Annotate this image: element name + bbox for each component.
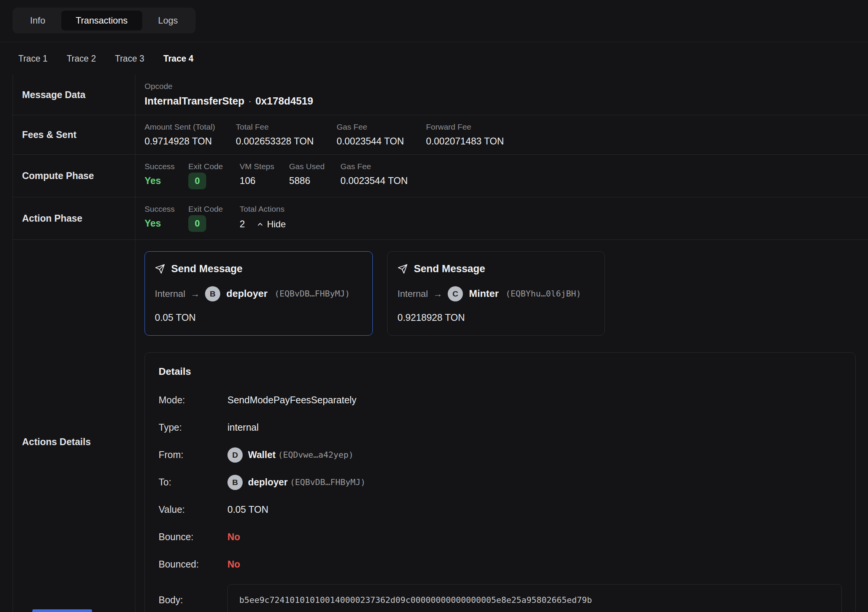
opcode-hex: 0x178d4519 xyxy=(256,95,313,107)
fees-sent-row: Fees & Sent Amount Sent (Total) 0.971492… xyxy=(13,115,868,154)
contract-name: Minter xyxy=(469,288,499,300)
action-exit-code-badge: 0 xyxy=(188,215,206,232)
vm-steps-field: VM Steps 106 xyxy=(240,162,289,189)
message-data-label: Message Data xyxy=(13,75,135,115)
action-success-value: Yes xyxy=(145,218,179,229)
message-data-value: Opcode InternalTransferStep·0x178d4519 xyxy=(135,75,868,115)
actions-details-content: Send Message Internal → B deployer (EQBv… xyxy=(135,240,868,612)
from-contract-address: (EQDvwe…a42yep) xyxy=(278,450,354,460)
tab-trace-4[interactable]: Trace 4 xyxy=(163,53,193,65)
opcode-name: InternalTransferStep xyxy=(145,95,245,107)
compute-exit-code-field: Exit Code 0 xyxy=(188,162,240,189)
body-row: Body: b5ee9c724101010100140000237362d09c… xyxy=(159,584,842,612)
fees-sent-values: Amount Sent (Total) 0.9714928 TON Total … xyxy=(135,115,868,154)
mode-row: Mode: SendModePayFeesSeparately xyxy=(159,393,842,408)
transaction-details-table: Message Data Opcode InternalTransferStep… xyxy=(13,75,868,612)
card-title: Send Message xyxy=(171,263,243,275)
bottom-scroll-indicator[interactable] xyxy=(32,609,92,612)
tab-trace-1[interactable]: Trace 1 xyxy=(18,53,48,65)
send-icon xyxy=(155,264,165,274)
view-tabs: Info Transactions Logs xyxy=(13,8,196,33)
message-direction: Internal xyxy=(397,289,428,299)
value-amount: 0.05 TON xyxy=(227,504,268,515)
value-row: Value: 0.05 TON xyxy=(159,502,842,517)
to-contract-address: (EQBvDB…FHByMJ) xyxy=(290,477,366,487)
tab-logs[interactable]: Logs xyxy=(144,11,192,30)
action-phase-row: Action Phase Success Yes Exit Code 0 Tot… xyxy=(13,197,868,239)
tab-trace-2[interactable]: Trace 2 xyxy=(67,53,96,65)
action-exit-code-field: Exit Code 0 xyxy=(188,205,240,232)
chevron-up-icon xyxy=(256,220,264,228)
message-direction: Internal xyxy=(155,289,185,299)
card-title: Send Message xyxy=(414,263,485,275)
bounced-row: Bounced: No xyxy=(159,557,842,572)
send-icon xyxy=(397,264,408,274)
action-cards: Send Message Internal → B deployer (EQBv… xyxy=(145,251,856,336)
bounce-value: No xyxy=(227,531,240,542)
view-tabs-header: Info Transactions Logs xyxy=(0,0,868,42)
type-row: Type: internal xyxy=(159,420,842,435)
to-row: To: B deployer (EQBvDB…FHByMJ) xyxy=(159,475,842,490)
forward-fee-field: Forward Fee 0.002071483 TON xyxy=(426,123,513,147)
opcode-label: Opcode xyxy=(145,82,856,90)
send-message-card-2[interactable]: Send Message Internal → C Minter (EQBYhu… xyxy=(387,251,605,336)
trace-tabs: Trace 1 Trace 2 Trace 3 Trace 4 xyxy=(0,42,868,75)
actions-details-label: Actions Details xyxy=(13,240,135,612)
exit-code-badge: 0 xyxy=(188,173,206,189)
tab-transactions[interactable]: Transactions xyxy=(61,11,142,30)
bounced-value: No xyxy=(227,559,240,570)
contract-name: deployer xyxy=(226,288,267,300)
compute-phase-label: Compute Phase xyxy=(13,155,135,197)
message-amount: 0.9218928 TON xyxy=(397,312,595,323)
compute-phase-row: Compute Phase Success Yes Exit Code 0 VM… xyxy=(13,154,868,197)
action-success-field: Success Yes xyxy=(145,205,188,232)
arrow-right-icon: → xyxy=(191,289,200,299)
total-fee-field: Total Fee 0.002653328 TON xyxy=(236,123,337,147)
to-contract-badge: B xyxy=(227,475,243,490)
body-hex-box[interactable]: b5ee9c724101010100140000237362d09c000000… xyxy=(227,584,842,612)
fees-sent-label: Fees & Sent xyxy=(13,115,135,154)
compute-gas-fee-field: Gas Fee 0.0023544 TON xyxy=(340,162,417,189)
from-contract-name: Wallet xyxy=(248,449,276,460)
type-value: internal xyxy=(227,422,259,433)
compute-phase-values: Success Yes Exit Code 0 VM Steps 106 Gas… xyxy=(135,155,868,197)
actions-details-row: Actions Details Send Message Internal → … xyxy=(13,239,868,612)
arrow-right-icon: → xyxy=(433,289,442,299)
contract-address: (EQBYhu…0l6jBH) xyxy=(506,289,581,298)
total-actions-field: Total Actions 2 Hide xyxy=(240,205,308,232)
compute-success-field: Success Yes xyxy=(145,162,188,189)
total-actions-value: 2 xyxy=(240,219,245,230)
gas-fee-field: Gas Fee 0.0023544 TON xyxy=(337,123,426,147)
message-amount: 0.05 TON xyxy=(155,312,362,323)
details-title: Details xyxy=(159,366,842,377)
details-panel: Details Mode: SendModePayFeesSeparately … xyxy=(145,352,856,612)
contract-badge: C xyxy=(448,286,463,301)
to-contract-name: deployer xyxy=(248,477,288,488)
compute-success-value: Yes xyxy=(145,176,179,186)
tab-trace-3[interactable]: Trace 3 xyxy=(115,53,144,65)
gas-used-field: Gas Used 5886 xyxy=(289,162,340,189)
contract-address: (EQBvDB…FHByMJ) xyxy=(274,289,350,298)
hide-actions-button[interactable]: Hide xyxy=(255,218,287,230)
action-phase-values: Success Yes Exit Code 0 Total Actions 2 … xyxy=(135,197,868,239)
message-data-row: Message Data Opcode InternalTransferStep… xyxy=(13,75,868,115)
from-row: From: D Wallet (EQDvwe…a42yep) xyxy=(159,447,842,463)
contract-badge: B xyxy=(205,286,220,301)
hide-label: Hide xyxy=(267,219,286,230)
from-contract-badge: D xyxy=(227,447,243,463)
opcode-value: InternalTransferStep·0x178d4519 xyxy=(145,95,856,107)
action-phase-label: Action Phase xyxy=(13,197,135,239)
send-message-card-1[interactable]: Send Message Internal → B deployer (EQBv… xyxy=(145,251,373,336)
tab-info[interactable]: Info xyxy=(16,11,60,30)
mode-value: SendModePayFeesSeparately xyxy=(227,395,356,406)
opcode-separator: · xyxy=(248,95,252,107)
amount-sent-field: Amount Sent (Total) 0.9714928 TON xyxy=(145,123,236,147)
bounce-row: Bounce: No xyxy=(159,530,842,545)
